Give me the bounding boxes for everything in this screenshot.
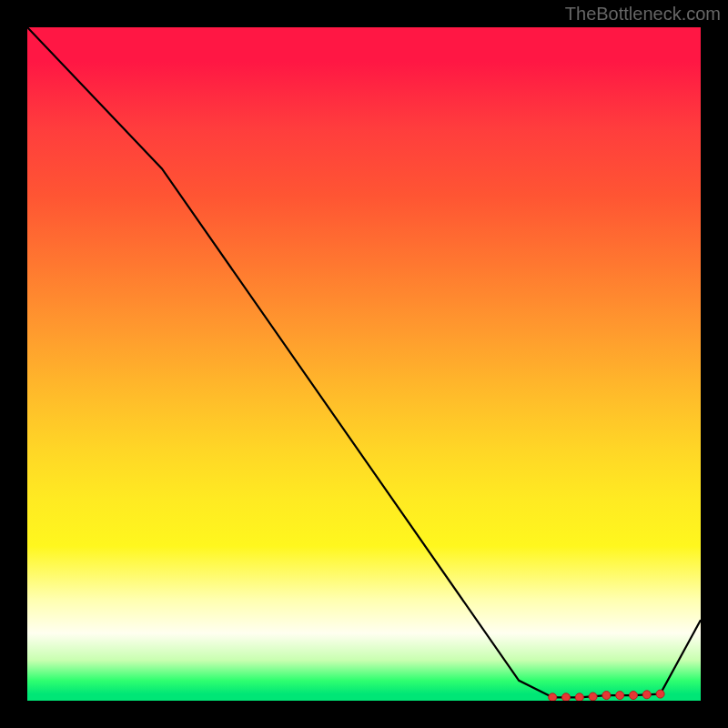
marker-dot xyxy=(630,692,638,700)
marker-dot xyxy=(589,693,597,701)
chart-area xyxy=(27,27,701,701)
marker-dot xyxy=(562,693,571,701)
marker-dot xyxy=(575,693,583,701)
marker-dot xyxy=(549,693,557,701)
chart-svg xyxy=(27,27,701,701)
marker-group xyxy=(549,690,664,701)
line-series xyxy=(27,27,701,697)
watermark-text: TheBottleneck.com xyxy=(565,4,721,25)
marker-dot xyxy=(616,692,624,700)
marker-dot xyxy=(642,691,651,699)
marker-dot xyxy=(656,690,664,698)
marker-dot xyxy=(602,692,611,700)
curve-path xyxy=(27,27,701,697)
